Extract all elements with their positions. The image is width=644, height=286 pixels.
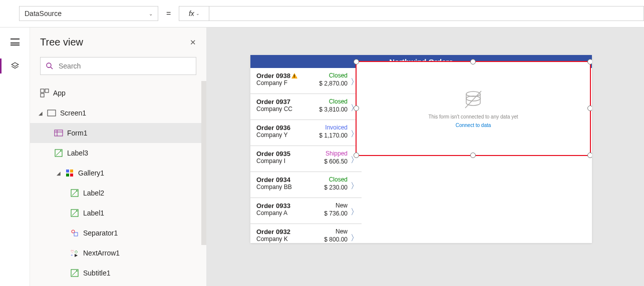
chevron-right-icon[interactable]: 〉	[351, 207, 359, 218]
app-icon	[40, 88, 49, 98]
order-amount: $ 800.00	[324, 236, 348, 243]
screen-icon	[47, 108, 56, 118]
chevron-right-icon[interactable]: 〉	[351, 233, 359, 243]
svg-rect-5	[48, 110, 56, 116]
chevron-down-icon: ⌄	[196, 11, 200, 16]
search-icon	[46, 62, 54, 70]
gallery[interactable]: Order 0938Company FClosed$ 2,870.00〉Orde…	[250, 68, 362, 243]
tree-view-title: Tree view	[40, 36, 83, 48]
equals-sign: =	[166, 9, 171, 18]
tree-view-rail-button[interactable]	[0, 58, 30, 74]
svg-text:▶: ▶	[75, 253, 78, 257]
resize-handle[interactable]	[354, 152, 359, 158]
tree-item-label: Gallery1	[78, 169, 104, 177]
tree-item-label: Subtitle1	[83, 269, 110, 277]
chevron-down-icon: ⌄	[149, 11, 153, 16]
tree-item-label: Form1	[67, 129, 87, 137]
label-icon	[54, 148, 63, 158]
svg-rect-13	[70, 174, 73, 176]
order-amount: $ 1,170.00	[319, 132, 348, 139]
status-badge: Closed	[329, 176, 348, 183]
tree-item-label: NextArrow1	[83, 249, 120, 257]
gallery-row[interactable]: Order 0938Company FClosed$ 2,870.00〉	[250, 68, 362, 94]
order-amount: $ 736.00	[324, 210, 348, 217]
svg-point-0	[47, 63, 51, 68]
tree-items: App ◢ Screen1 Form1 Label3 ◢	[30, 81, 206, 283]
collapse-icon[interactable]: ◢	[38, 110, 43, 116]
tree-item-gallery1[interactable]: ◢ Gallery1	[30, 163, 206, 183]
status-badge: Closed	[329, 98, 348, 105]
property-selector-value: DataSource	[25, 10, 62, 18]
separator-icon	[70, 228, 79, 238]
order-amount: $ 2,870.00	[319, 80, 348, 87]
gallery-row[interactable]: Order 0935Company IShipped$ 606.50〉	[250, 146, 362, 172]
tree-item-form1[interactable]: Form1	[30, 123, 206, 143]
svg-rect-3	[45, 89, 49, 92]
tree-item-label: Screen1	[60, 109, 86, 117]
warning-icon	[291, 73, 297, 78]
tree-item-label1[interactable]: Label1	[30, 203, 206, 223]
tree-search[interactable]	[40, 57, 196, 75]
collapse-icon[interactable]: ◢	[56, 170, 61, 176]
label-icon	[70, 208, 79, 218]
tree-item-label: Label2	[83, 189, 104, 197]
tree-item-app[interactable]: App	[30, 83, 206, 103]
scrollbar[interactable]	[201, 81, 206, 245]
svg-rect-17	[74, 232, 78, 236]
tree-item-subtitle1[interactable]: Subtitle1	[30, 263, 206, 283]
status-badge: Closed	[329, 72, 348, 79]
tree-item-label2[interactable]: Label2	[30, 183, 206, 203]
status-badge: New	[336, 228, 348, 235]
tree-item-label: App	[53, 89, 66, 97]
form-empty-state: This form isn't connected to any data ye…	[357, 62, 590, 155]
svg-rect-10	[66, 170, 69, 172]
status-badge: Invoiced	[325, 124, 348, 131]
tree-item-screen1[interactable]: ◢ Screen1	[30, 103, 206, 123]
svg-rect-6	[55, 130, 63, 136]
label-icon	[70, 268, 79, 278]
resize-handle[interactable]	[587, 152, 592, 158]
order-amount: $ 3,810.00	[319, 106, 348, 113]
gallery-row[interactable]: Order 0933Company ANew$ 736.00〉	[250, 198, 362, 224]
fx-button[interactable]: fx ⌄	[179, 6, 209, 21]
left-rail	[0, 28, 30, 286]
close-icon[interactable]: ✕	[190, 38, 196, 47]
tree-view-panel: Tree view ✕ App ◢ Screen1	[30, 28, 206, 286]
chevron-right-icon[interactable]: 〉	[351, 181, 359, 192]
gallery-row[interactable]: Order 0934Company BBClosed$ 230.00〉	[250, 172, 362, 198]
svg-rect-4	[41, 94, 44, 97]
svg-rect-11	[70, 170, 73, 172]
form-icon	[54, 128, 63, 138]
resize-handle[interactable]	[354, 106, 359, 111]
resize-handle[interactable]	[470, 152, 476, 158]
order-amount: $ 606.50	[324, 158, 348, 165]
order-amount: $ 230.00	[324, 184, 348, 191]
app-preview: Northwind Orders Order 0938Company FClos…	[250, 55, 592, 243]
fx-label: fx	[189, 10, 194, 18]
nextarrow-icon: ♡◇+▶	[70, 248, 79, 258]
connect-to-data-link[interactable]: Connect to data	[456, 122, 491, 128]
label-icon	[70, 188, 79, 198]
resize-handle[interactable]	[470, 59, 476, 64]
gallery-icon	[65, 168, 74, 178]
resize-handle[interactable]	[587, 59, 592, 64]
formula-input[interactable]	[209, 6, 644, 21]
formula-bar: DataSource ⌄ = fx ⌄	[0, 0, 644, 28]
database-icon	[462, 89, 484, 111]
property-selector[interactable]: DataSource ⌄	[19, 6, 158, 21]
resize-handle[interactable]	[587, 106, 592, 111]
svg-line-1	[51, 67, 53, 69]
gallery-row[interactable]: Order 0937Company CCClosed$ 3,810.00〉	[250, 94, 362, 120]
tree-search-input[interactable]	[59, 62, 191, 70]
tree-item-nextarrow1[interactable]: ♡◇+▶ NextArrow1	[30, 243, 206, 263]
gallery-row[interactable]: Order 0932Company KNew$ 800.00〉	[250, 224, 362, 243]
resize-handle[interactable]	[354, 59, 359, 64]
hamburger-icon[interactable]	[11, 38, 20, 46]
canvas[interactable]: Northwind Orders Order 0938Company FClos…	[206, 28, 644, 286]
form1-selection[interactable]: This form isn't connected to any data ye…	[356, 61, 591, 156]
gallery-row[interactable]: Order 0936Company YInvoiced$ 1,170.00〉	[250, 120, 362, 146]
tree-item-label: Label1	[83, 209, 104, 217]
tree-item-label: Separator1	[83, 229, 118, 237]
tree-item-separator1[interactable]: Separator1	[30, 223, 206, 243]
tree-item-label3[interactable]: Label3	[30, 143, 206, 163]
